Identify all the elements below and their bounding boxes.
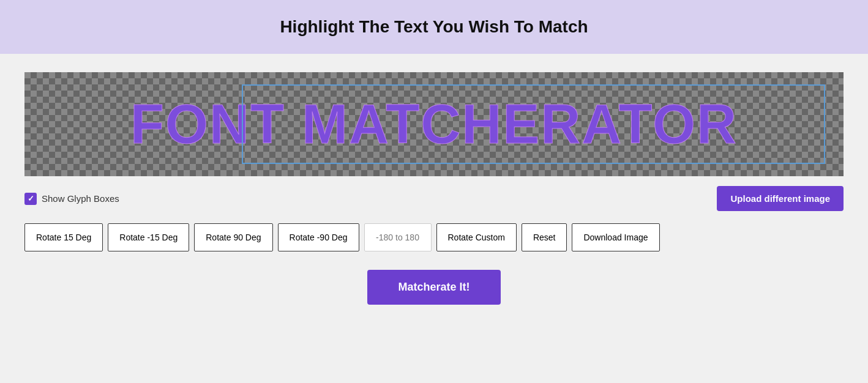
font-text-display: FONT MATCHERATOR [124,97,744,152]
show-glyph-label[interactable]: Show Glyph Boxes [24,193,119,205]
glyph-checkbox[interactable] [24,193,37,205]
rotate-15-button[interactable]: Rotate 15 Deg [24,223,103,251]
matcherate-button[interactable]: Matcherate It! [367,270,500,305]
rotate-custom-button[interactable]: Rotate Custom [436,223,517,251]
rotate-neg90-button[interactable]: Rotate -90 Deg [278,223,359,251]
glyph-label-text: Show Glyph Boxes [42,193,119,204]
rotation-range-input[interactable] [364,223,432,251]
checkerboard-canvas: FONT MATCHERATOR [24,72,844,176]
main-content: FONT MATCHERATOR Show Glyph Boxes Upload… [0,54,868,323]
controls-row: Show Glyph Boxes Upload different image [24,186,844,211]
rotate-90-button[interactable]: Rotate 90 Deg [194,223,272,251]
rotate-neg15-button[interactable]: Rotate -15 Deg [108,223,189,251]
toolbar-row: Rotate 15 Deg Rotate -15 Deg Rotate 90 D… [24,223,844,251]
image-canvas-wrapper: FONT MATCHERATOR [24,72,844,176]
reset-button[interactable]: Reset [522,223,567,251]
download-image-button[interactable]: Download Image [572,223,659,251]
upload-different-image-button[interactable]: Upload different image [717,186,844,211]
header-banner: Highlight The Text You Wish To Match [0,0,868,54]
matcherate-row: Matcherate It! [24,270,844,305]
page-title: Highlight The Text You Wish To Match [0,17,868,37]
